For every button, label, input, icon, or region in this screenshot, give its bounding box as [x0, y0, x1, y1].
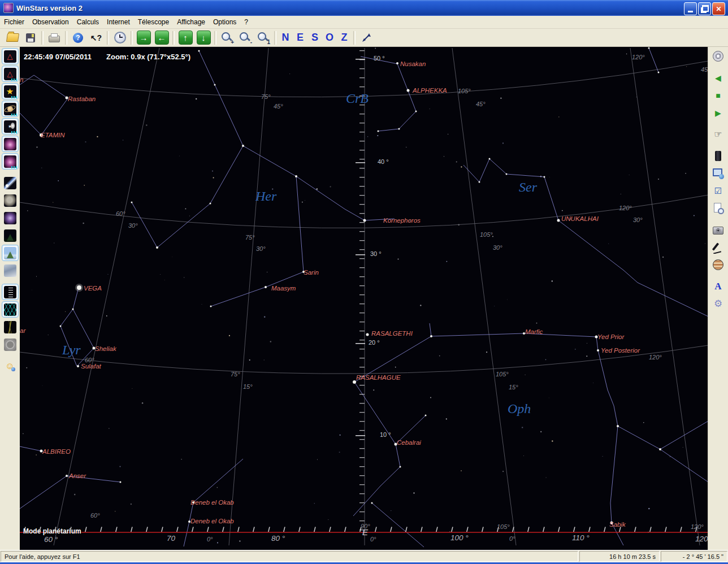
minimize-button[interactable] — [684, 2, 697, 15]
milky-way-display-icon — [4, 212, 16, 224]
day-landscape-button[interactable] — [2, 245, 19, 261]
main-toolbar: ?↖?→←↑↓+-1NESOZ — [0, 29, 728, 47]
tools-toolbar: ◀■▶☞☑A⚙ — [708, 47, 728, 550]
menu-bar: FichierObservationCalculsInternetTélesco… — [0, 16, 728, 29]
save-floppy-icon — [26, 33, 35, 42]
time-stop-button[interactable]: ■ — [710, 87, 727, 103]
animation-movie-button[interactable] — [710, 48, 727, 64]
arrow-icon: ↑ — [179, 31, 193, 45]
view-south-button[interactable]: S — [307, 32, 322, 44]
telescope-view-button[interactable] — [710, 239, 727, 255]
menu-item-options[interactable]: Options — [209, 16, 240, 28]
menu-item-internet[interactable]: Internet — [103, 16, 134, 28]
ecliptic-line-button[interactable] — [2, 319, 19, 335]
pan-up-button[interactable]: ↑ — [176, 30, 194, 46]
zoom-out-button[interactable]: - — [236, 30, 254, 46]
close-button[interactable]: ✕ — [712, 2, 725, 15]
internet-connection-icon — [712, 167, 725, 180]
pan-left-button[interactable]: ← — [153, 30, 171, 46]
nebulae-names-button[interactable] — [2, 153, 19, 170]
comets-display-icon — [4, 177, 16, 189]
resize-diagonal-icon — [362, 33, 371, 42]
status-bar: Pour l'aide, appuyez sur F1 16 h 10 m 23… — [0, 550, 728, 562]
save-button[interactable] — [21, 30, 40, 46]
menu-item-?[interactable]: ? — [240, 16, 252, 28]
menu-item-fichier[interactable]: Fichier — [0, 16, 28, 28]
planet-names-button[interactable] — [2, 101, 19, 117]
telescope-control-button[interactable] — [710, 147, 727, 164]
object-search-button[interactable] — [710, 200, 727, 216]
pan-right-button[interactable]: → — [135, 30, 153, 46]
pointer-tool-button[interactable]: ☞ — [710, 126, 727, 142]
labels-toggle-button[interactable]: A — [710, 278, 727, 294]
view-zenith-button[interactable]: Z — [337, 32, 352, 44]
status-ra-coordinate: 16 h 10 m 23.5 s — [579, 551, 660, 562]
mode-label: Mode planétarium — [23, 527, 81, 535]
printer-icon — [49, 36, 60, 42]
night-landscape-button[interactable] — [2, 227, 19, 244]
time-reverse-button[interactable]: ◀ — [710, 70, 727, 86]
observer-location-button[interactable]: ☺ — [2, 358, 19, 374]
planet-view-button[interactable] — [710, 257, 727, 273]
arrow-icon: ↓ — [197, 31, 211, 45]
view-west-button[interactable]: O — [322, 32, 337, 44]
magnifier-icon: + — [220, 31, 234, 45]
menu-item-calculs[interactable]: Calculs — [73, 16, 103, 28]
observation-list-button[interactable]: ☑ — [710, 183, 727, 199]
context-help-button[interactable]: ↖? — [87, 30, 105, 46]
sky-chart[interactable]: 22:45:49 07/05/2011Zoom: 0.9x (71.7°x52.… — [20, 47, 708, 550]
atmosphere-display-button[interactable] — [2, 262, 19, 279]
zoom-reset-button[interactable]: 1 — [254, 30, 272, 46]
open-button[interactable] — [3, 30, 21, 46]
observation-list-icon: ☑ — [714, 186, 722, 196]
settings-gear-icon: ⚙ — [714, 298, 722, 310]
fullscreen-button[interactable] — [357, 30, 375, 46]
planet-view-icon — [713, 259, 723, 270]
azimuthal-grid-icon — [4, 303, 16, 316]
time-stop-icon: ■ — [716, 91, 720, 100]
cluster-names-button[interactable]: ✶ — [2, 118, 19, 135]
field-circles-icon — [4, 339, 16, 351]
winstars-window: WinStars version 2 ✕ FichierObservationC… — [0, 0, 728, 564]
real-time-clock-button[interactable] — [111, 30, 129, 46]
meridian-scale-button[interactable] — [2, 284, 19, 300]
milky-way-display-button[interactable] — [2, 210, 19, 226]
view-north-button[interactable]: N — [278, 32, 293, 44]
time-reverse-icon: ◀ — [715, 73, 721, 83]
arrow-icon: → — [137, 31, 151, 45]
star-names-button[interactable]: ★ — [2, 83, 19, 99]
pan-down-button[interactable]: ↓ — [194, 30, 213, 46]
asteroids-display-button[interactable] — [2, 192, 19, 209]
zoom-in-button[interactable]: + — [218, 30, 236, 46]
time-play-button[interactable]: ▶ — [710, 105, 727, 121]
night-landscape-icon — [4, 229, 16, 242]
print-button[interactable] — [45, 30, 63, 46]
menu-item-observation[interactable]: Observation — [28, 16, 73, 28]
screenshot-camera-icon — [713, 227, 723, 235]
azimuthal-grid-button[interactable] — [2, 301, 19, 318]
title-bar: WinStars version 2 ✕ — [0, 0, 728, 16]
help-button[interactable]: ? — [69, 30, 87, 46]
nebulae-display-icon — [4, 138, 16, 150]
internet-connection-button[interactable] — [710, 165, 727, 181]
arrow-icon: ← — [155, 31, 169, 45]
constellation-names-button[interactable]: △ — [2, 66, 19, 82]
nebulae-display-button[interactable] — [2, 136, 19, 152]
view-east-button[interactable]: E — [293, 32, 307, 44]
comets-display-button[interactable] — [2, 175, 19, 191]
restore-button[interactable] — [698, 2, 711, 15]
telescope-control-icon — [715, 151, 721, 161]
day-landscape-icon — [4, 247, 16, 259]
context-help-icon: ↖? — [90, 33, 102, 42]
settings-gear-button[interactable]: ⚙ — [710, 296, 727, 312]
observer-location-icon: ☺ — [4, 360, 16, 372]
constellation-lines-button[interactable]: △ — [2, 48, 19, 64]
screenshot-camera-button[interactable] — [710, 222, 727, 238]
magnifier-icon: 1 — [257, 31, 270, 45]
magnifier-icon: - — [239, 31, 252, 45]
menu-item-tlescope[interactable]: Télescope — [134, 16, 173, 28]
menu-item-affichage[interactable]: Affichage — [173, 16, 209, 28]
time-play-icon: ▶ — [715, 109, 721, 118]
clock-icon — [114, 32, 126, 44]
display-toolbar: △△★✶☺ — [0, 47, 20, 550]
